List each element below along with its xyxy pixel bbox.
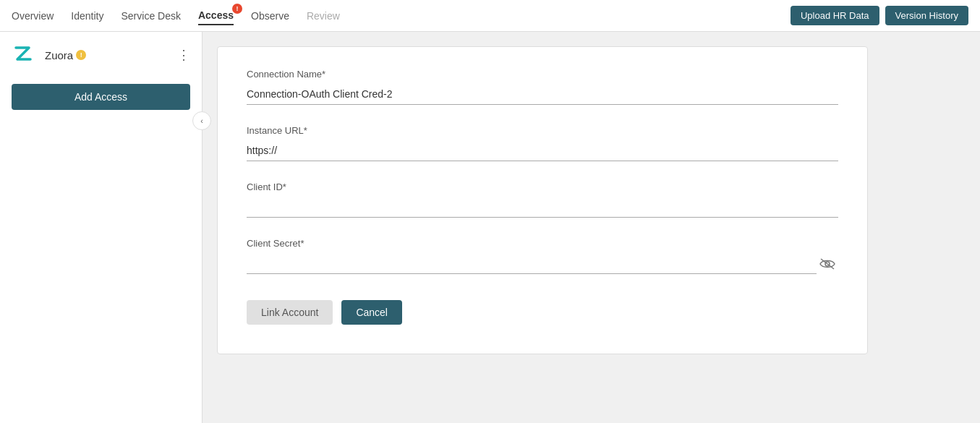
upload-hr-data-button[interactable]: Upload HR Data <box>791 6 879 25</box>
layout: Zuora ! ⋮ Add Access ‹ Connection Name* … <box>0 32 980 423</box>
add-access-button[interactable]: Add Access <box>12 84 190 110</box>
sidebar-header: Zuora ! ⋮ <box>0 32 202 78</box>
zuora-info-icon: ! <box>76 50 86 60</box>
nav-items: Overview Identity Service Desk Access ! … <box>12 7 791 25</box>
link-account-button[interactable]: Link Account <box>247 300 333 325</box>
cancel-button[interactable]: Cancel <box>341 300 402 325</box>
client-secret-input-wrapper <box>247 253 838 274</box>
instance-url-label: Instance URL* <box>247 125 838 136</box>
sidebar-menu-button[interactable]: ⋮ <box>177 48 190 61</box>
nav-item-overview[interactable]: Overview <box>12 7 54 25</box>
connection-name-label: Connection Name* <box>247 69 838 80</box>
access-badge: ! <box>232 4 242 14</box>
nav-item-access[interactable]: Access ! <box>198 7 234 25</box>
nav-item-identity[interactable]: Identity <box>71 7 103 25</box>
nav-actions: Upload HR Data Version History <box>791 6 968 25</box>
connection-name-group: Connection Name* <box>247 69 838 105</box>
main-content: Connection Name* Instance URL* Client ID… <box>203 32 980 423</box>
sidebar-collapse-button[interactable]: ‹ <box>192 111 211 130</box>
client-secret-label: Client Secret* <box>247 238 838 249</box>
client-secret-group: Client Secret* <box>247 238 838 274</box>
client-id-group: Client ID* <box>247 181 838 218</box>
app-name: Zuora ! <box>45 49 86 61</box>
version-history-button[interactable]: Version History <box>885 6 968 25</box>
instance-url-input[interactable] <box>247 140 838 161</box>
nav-item-review[interactable]: Review <box>307 7 340 25</box>
toggle-visibility-button[interactable] <box>817 258 838 270</box>
client-secret-input[interactable] <box>247 253 817 274</box>
connection-name-input[interactable] <box>247 84 838 105</box>
instance-url-group: Instance URL* <box>247 125 838 161</box>
client-id-label: Client ID* <box>247 181 838 192</box>
nav-item-service-desk[interactable]: Service Desk <box>122 7 181 25</box>
zuora-logo <box>12 42 38 68</box>
form-card: Connection Name* Instance URL* Client ID… <box>217 46 868 354</box>
top-nav: Overview Identity Service Desk Access ! … <box>0 0 980 32</box>
form-actions: Link Account Cancel <box>247 300 838 325</box>
client-id-input[interactable] <box>247 197 838 218</box>
nav-item-observe[interactable]: Observe <box>251 7 289 25</box>
sidebar: Zuora ! ⋮ Add Access ‹ <box>0 32 203 423</box>
